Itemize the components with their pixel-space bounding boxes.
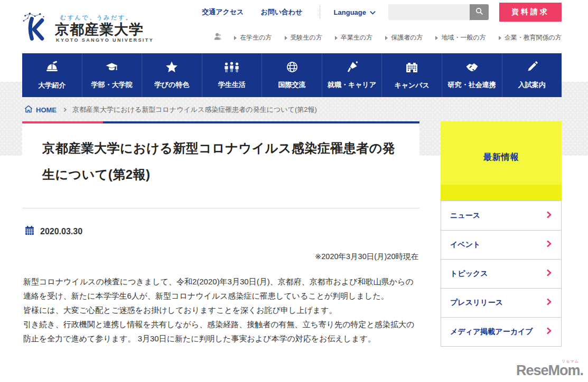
audience-link-parents[interactable]: 保護者の方 [385,33,423,42]
paragraph: 引き続き、行政機関と連携し情報を共有しながら、感染経路、接触者の有無、立ち寄り先… [23,317,418,346]
chevron-right-icon [546,298,552,308]
access-link[interactable]: 交通アクセス [202,7,244,17]
building-icon [405,61,419,76]
university-name: 京都産業大学 [55,22,154,37]
sidebar-item-media-archive[interactable]: メディア掲載アーカイブ [441,317,561,346]
accent-bar-pink [22,121,103,123]
chevron-down-icon [370,8,376,16]
sidebar-item-topics[interactable]: トピックス [441,259,561,288]
nav-item-learning-features[interactable]: 学びの特色 [142,53,202,97]
latest-info-sidebar: 最新情報 ニュース イベント トピックス プレスリリース メディア掲載アーカイブ [441,121,562,347]
resemom-ruby: リセマム [562,359,579,364]
article-date: 2020.03.30 [40,227,82,236]
chevron-right-icon [546,269,552,279]
accent-bar-navy [103,121,419,123]
triangle-icon [499,36,501,40]
breadcrumb-current: 京都産業大学における新型コロナウイルス感染症罹患者の発生について(第2報) [72,105,317,114]
search-icon [475,7,484,17]
contact-link[interactable]: お問い合わせ [260,7,302,17]
megaphone-icon [346,61,358,75]
triangle-icon [385,36,388,40]
resemom-logo-text: ReseMom. [516,362,583,378]
sidebar-item-news[interactable]: ニュース [441,201,561,230]
sidebar-item-events[interactable]: イベント [441,230,561,259]
request-materials-button[interactable]: 資料請求 [499,3,562,22]
latest-info-menu: ニュース イベント トピックス プレスリリース メディア掲載アーカイブ [441,200,562,347]
language-selector[interactable]: Language [334,8,376,16]
paragraph: 皆様には、大変ご心配とご迷惑をお掛けしておりますことを深くお詫び申し上げます。 [23,303,418,317]
audience-link-applicants[interactable]: 受験生の方 [285,33,322,42]
globe-icon [286,61,298,75]
page: むすんで、うみだす。 京都産業大学 KYOTO SANGYO UNIVERSIT… [0,0,588,382]
breadcrumb-home-label: HOME [36,106,57,114]
graduation-cap-icon [105,61,119,75]
audience-link-business-education[interactable]: 企業・教育関係の方 [499,33,562,42]
person-icon [213,32,223,44]
pencil-icon [526,61,538,75]
audience-link-alumni[interactable]: 卒業生の方 [335,33,372,42]
sidebar-item-press-releases[interactable]: プレスリリース [441,288,561,317]
yellow-band [441,185,562,200]
breadcrumb-home-link[interactable]: HOME [24,105,57,114]
triangle-icon [435,36,438,40]
triangle-icon [335,36,338,40]
calendar-icon [24,225,35,238]
article-body: 新型コロナウイルスの検査につきまして、令和2(2020)年3月30日(月)、京都… [23,274,418,346]
language-label: Language [334,8,366,16]
main-navigation: 大学紹介 学部・大学院 学びの特色 [22,53,562,97]
observatory-icon [45,61,59,76]
ksu-k-logo-icon [21,12,52,44]
logo-tagline: むすんで、うみだす。 [60,14,154,22]
nav-item-international[interactable]: 国際交流 [262,53,322,97]
nav-item-student-life[interactable]: 学生生活 [202,53,262,97]
nav-item-admissions[interactable]: 入試案内 [502,53,562,97]
home-icon [24,105,33,114]
article-date-row: 2020.03.30 [24,225,419,238]
university-logo[interactable]: むすんで、うみだす。 京都産業大学 KYOTO SANGYO UNIVERSIT… [21,12,154,44]
divider [22,208,419,208]
chevron-right-icon [546,240,552,250]
nav-item-career[interactable]: 就職・キャリア [322,53,382,97]
search-button[interactable] [470,4,489,20]
search-box [388,4,489,20]
nav-item-faculties[interactable]: 学部・大学院 [82,53,142,97]
resemom-watermark: リセマム ReseMom. [516,362,583,379]
audience-link-current-students[interactable]: 在学生の方 [234,33,272,42]
paragraph: 新型コロナウイルスの検査につきまして、令和2(2020)年3月30日(月)、京都… [23,274,418,303]
site-header: むすんで、うみだす。 京都産業大学 KYOTO SANGYO UNIVERSIT… [0,0,588,53]
chevron-right-icon [62,108,67,112]
nav-item-research[interactable]: 研究・社会連携 [442,53,502,97]
nav-item-about[interactable]: 大学紹介 [22,53,82,97]
people-icon [223,61,240,75]
university-name-en: KYOTO SANGYO UNIVERSITY [56,37,154,43]
triangle-icon [285,36,287,40]
star-icon [165,61,178,75]
breadcrumb: HOME 京都産業大学における新型コロナウイルス感染症罹患者の発生について(第2… [24,105,317,114]
latest-info-title: 最新情報 [441,121,562,163]
header-utilities: 交通アクセス お問い合わせ Language 資料請求 [202,3,562,22]
audience-link-community[interactable]: 地域・一般の方 [435,33,486,42]
article-panel: 京都産業大学における新型コロナウイルス感染症罹患者の発生について(第2報) 20… [22,121,419,382]
chevron-right-icon [546,211,552,221]
chevron-right-icon [546,327,552,337]
article-accent-bar [22,121,419,123]
search-input[interactable] [388,4,470,20]
page-title: 京都産業大学における新型コロナウイルス感染症罹患者の発生について(第2報) [42,135,399,188]
handshake-icon [464,61,480,75]
latest-info-header: 最新情報 [441,121,562,200]
triangle-icon [234,36,237,40]
divider [320,6,320,18]
audience-nav: 在学生の方 受験生の方 卒業生の方 保護者の方 地域・一般の方 企業・教育関係の… [213,32,562,44]
status-note: ※2020年3月30日(月)20時現在 [22,252,418,262]
nav-item-campus[interactable]: キャンパス [381,53,442,97]
